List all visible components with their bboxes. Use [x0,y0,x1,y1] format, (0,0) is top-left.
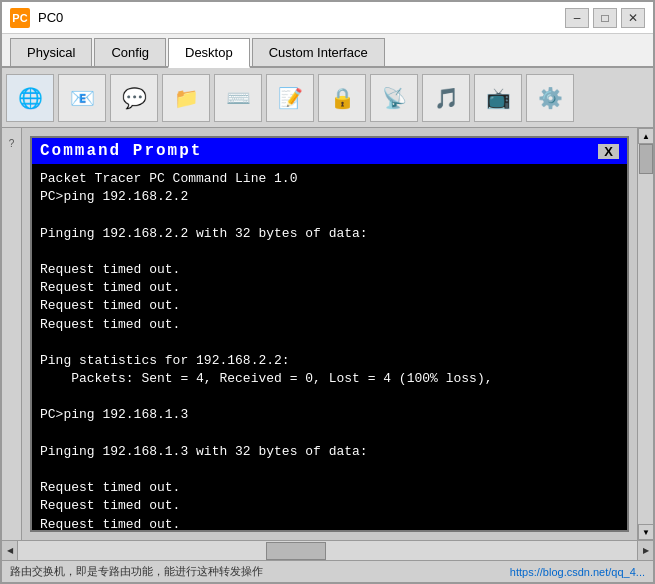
tab-config[interactable]: Config [94,38,166,66]
maximize-button[interactable]: □ [593,8,617,28]
cmd-output: Packet Tracer PC Command Line 1.0 PC>pin… [40,170,619,530]
status-bar: 路由交换机，即是专路由功能，能进行这种转发操作 https://blog.csd… [2,560,653,582]
toolbar-btn-8[interactable]: 📡 [370,74,418,122]
content-area: ? Command Prompt X Packet Tracer PC Comm… [2,128,653,540]
status-text-right: https://blog.csdn.net/qq_4... [510,566,645,578]
status-text-left: 路由交换机，即是专路由功能，能进行这种转发操作 [10,564,263,579]
tab-desktop[interactable]: Desktop [168,38,250,68]
sidebar-marker: ? [9,138,15,149]
tab-physical[interactable]: Physical [10,38,92,66]
toolbar-btn-11[interactable]: ⚙️ [526,74,574,122]
cmd-title-bar: Command Prompt X [32,138,627,164]
window-title: PC0 [38,10,557,25]
left-sidebar: ? [2,128,22,540]
close-button[interactable]: ✕ [621,8,645,28]
scroll-track [638,144,653,524]
minimize-button[interactable]: – [565,8,589,28]
scroll-down-button[interactable]: ▼ [638,524,653,540]
toolbar-btn-1[interactable]: 🌐 [6,74,54,122]
cmd-close-button[interactable]: X [598,144,619,159]
cmd-window: Command Prompt X Packet Tracer PC Comman… [30,136,629,532]
tab-custom-interface[interactable]: Custom Interface [252,38,385,66]
window-icon: PC [10,8,30,28]
cmd-title: Command Prompt [40,142,202,160]
nav-tabs: Physical Config Desktop Custom Interface [2,34,653,68]
bottom-scroll-track [18,541,637,561]
toolbar-btn-6[interactable]: 📝 [266,74,314,122]
toolbar: 🌐 📧 💬 📁 ⌨️ 📝 🔒 📡 🎵 📺 ⚙️ [2,68,653,128]
bottom-scrollbar: ◀ ▶ [2,540,653,560]
title-bar: PC PC0 – □ ✕ [2,2,653,34]
terminal-wrapper: Command Prompt X Packet Tracer PC Comman… [22,128,637,540]
toolbar-btn-9[interactable]: 🎵 [422,74,470,122]
toolbar-btn-7[interactable]: 🔒 [318,74,366,122]
scroll-thumb[interactable] [639,144,653,174]
scroll-up-button[interactable]: ▲ [638,128,653,144]
main-content: 🌐 📧 💬 📁 ⌨️ 📝 🔒 📡 🎵 📺 ⚙️ ? Command Promp [2,68,653,560]
toolbar-btn-5[interactable]: ⌨️ [214,74,262,122]
bottom-scroll-thumb[interactable] [266,542,326,560]
scroll-left-button[interactable]: ◀ [2,541,18,561]
right-scrollbar: ▲ ▼ [637,128,653,540]
toolbar-btn-2[interactable]: 📧 [58,74,106,122]
scroll-right-button[interactable]: ▶ [637,541,653,561]
window-controls: – □ ✕ [565,8,645,28]
cmd-body[interactable]: Packet Tracer PC Command Line 1.0 PC>pin… [32,164,627,530]
main-window: PC PC0 – □ ✕ Physical Config Desktop Cus… [0,0,655,584]
toolbar-btn-10[interactable]: 📺 [474,74,522,122]
toolbar-btn-4[interactable]: 📁 [162,74,210,122]
toolbar-btn-3[interactable]: 💬 [110,74,158,122]
